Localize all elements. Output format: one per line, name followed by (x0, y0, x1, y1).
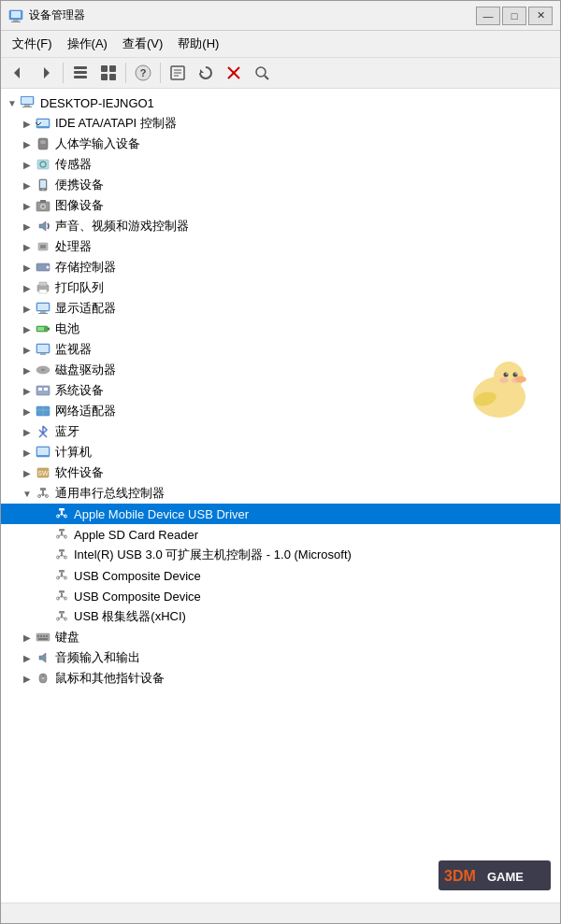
list-item[interactable]: ▶ 图像设备 (1, 195, 560, 216)
usb-root-hub-xhci[interactable]: ▶ USB 根集线器(xHCI) (1, 606, 560, 627)
uninstall-button[interactable] (221, 61, 247, 85)
expand-icon[interactable]: ▶ (20, 219, 35, 234)
hid-icon (35, 135, 51, 152)
expand-icon[interactable]: ▶ (20, 465, 35, 480)
svg-rect-106 (59, 611, 65, 614)
svg-rect-6 (74, 66, 87, 69)
item-label: 打印队列 (55, 279, 104, 296)
intel-usb3-controller[interactable]: ▶ Intel(R) USB 3.0 可扩展主机控制器 - 1.0 (Micro… (1, 545, 560, 565)
expand-icon[interactable]: ▶ (20, 671, 35, 686)
svg-rect-53 (48, 328, 50, 331)
expand-icon[interactable]: ▶ (20, 362, 35, 377)
list-item[interactable]: ▶ SW 软件设备 (1, 462, 560, 483)
list-item[interactable]: ▶ 网络适配器 (1, 401, 560, 421)
list-item[interactable]: ▶ 传感器 (1, 154, 560, 175)
list-item[interactable]: ▶ 人体学输入设备 (1, 134, 560, 154)
item-label: 计算机 (55, 444, 92, 461)
list-item[interactable]: ▶ 存储控制器 (1, 257, 560, 277)
menu-help[interactable]: 帮助(H) (170, 33, 226, 55)
printer-icon (35, 279, 51, 296)
svg-marker-5 (44, 67, 50, 78)
bluetooth-icon (35, 423, 51, 440)
list-item[interactable]: ▶ 蓝牙 (1, 421, 560, 442)
apple-sd-card-reader[interactable]: ▶ Apple SD Card Reader (1, 524, 560, 545)
usb-category-icon (35, 485, 51, 502)
expand-icon[interactable]: ▶ (20, 445, 35, 460)
apple-mobile-device-usb[interactable]: ▶ Apple Mobile Device USB Driver (1, 504, 560, 524)
expand-icon[interactable]: ▶ (20, 280, 35, 295)
root-label: DESKTOP-IEJNGO1 (40, 96, 154, 110)
usb-device-icon (53, 588, 70, 604)
list-item[interactable]: ▶ 打印队列 (1, 277, 560, 298)
item-label: 图像设备 (55, 197, 104, 214)
list-item[interactable]: ▶ 电池 (1, 319, 560, 339)
expand-icon[interactable]: ▶ (20, 198, 35, 213)
toolbar-sep-3 (160, 63, 161, 83)
expand-icon[interactable]: ▶ (20, 321, 35, 336)
expand-icon[interactable]: ▶ (20, 157, 35, 172)
expand-icon[interactable]: ▶ (20, 260, 35, 275)
usb-controllers-category[interactable]: ▼ 通用串行总线控制器 (1, 483, 560, 504)
usb-expand-icon[interactable]: ▼ (20, 486, 35, 501)
tree-view-button[interactable] (67, 61, 94, 85)
menu-file[interactable]: 文件(F) (5, 33, 60, 55)
list-item[interactable]: ▶ 显示适配器 (1, 298, 560, 319)
list-item[interactable]: ▶ 磁盘驱动器 (1, 360, 560, 380)
audio-io-category[interactable]: ▶ 音频输入和输出 (1, 647, 560, 668)
svg-rect-77 (61, 511, 63, 516)
usb-root-hub-label: USB 根集线器(xHCI) (74, 608, 186, 625)
tree-root[interactable]: ▼ DESKTOP-IEJNGO1 (1, 92, 560, 113)
svg-rect-83 (61, 532, 63, 536)
properties-button[interactable] (165, 61, 191, 85)
svg-marker-19 (200, 69, 204, 73)
audio-icon (35, 218, 51, 235)
usb-composite-device-2[interactable]: ▶ USB Composite Device (1, 586, 560, 606)
svg-rect-95 (61, 573, 63, 577)
list-item[interactable]: ▶ 系统设备 (1, 380, 560, 401)
svg-rect-35 (40, 180, 46, 188)
sensor-icon (35, 156, 51, 173)
svg-rect-88 (59, 549, 65, 552)
expand-icon[interactable]: ▶ (20, 424, 35, 439)
svg-rect-10 (109, 65, 116, 72)
usb-composite-device-1[interactable]: ▶ USB Composite Device (1, 565, 560, 586)
svg-rect-114 (40, 635, 42, 637)
item-label: 网络适配器 (55, 403, 116, 419)
expand-icon[interactable]: ▶ (20, 650, 35, 665)
forward-button[interactable] (33, 61, 59, 85)
expand-icon[interactable]: ▶ (20, 342, 35, 357)
close-button[interactable]: ✕ (528, 7, 553, 25)
expand-icon[interactable]: ▶ (20, 630, 35, 645)
svg-rect-113 (37, 635, 39, 637)
menu-action[interactable]: 操作(A) (60, 33, 115, 55)
svg-rect-100 (59, 590, 65, 593)
item-label: 传感器 (55, 156, 92, 173)
root-expand[interactable]: ▼ (5, 95, 20, 110)
list-item[interactable]: ▶ 计算机 (1, 442, 560, 462)
list-item[interactable]: ▶ IDE ATA/ATAPI 控制器 (1, 113, 560, 134)
svg-rect-2 (13, 20, 19, 21)
mouse-category[interactable]: ▶ 鼠标和其他指针设备 (1, 668, 560, 689)
minimize-button[interactable]: — (476, 7, 500, 25)
back-button[interactable] (5, 61, 31, 85)
item-label: 人体学输入设备 (55, 135, 140, 152)
expand-icon[interactable]: ▶ (20, 383, 35, 398)
help-button[interactable]: ? (130, 61, 156, 85)
list-item[interactable]: ▶ 监视器 (1, 339, 560, 360)
update-button[interactable] (193, 61, 219, 85)
menu-view[interactable]: 查看(V) (115, 33, 170, 55)
maximize-button[interactable]: □ (502, 7, 526, 25)
list-item[interactable]: ▶ 处理器 (1, 236, 560, 257)
expand-icon[interactable]: ▶ (20, 178, 35, 192)
expand-icon[interactable]: ▶ (20, 136, 35, 151)
list-item[interactable]: ▶ 声音、视频和游戏控制器 (1, 216, 560, 236)
keyboard-category[interactable]: ▶ 键盘 (1, 627, 560, 647)
expand-icon[interactable]: ▶ (20, 404, 35, 419)
expand-icon[interactable]: ▶ (20, 239, 35, 254)
list-item[interactable]: ▶ 便携设备 (1, 175, 560, 195)
apple-mobile-device-label: Apple Mobile Device USB Driver (74, 507, 249, 521)
list-view-button[interactable] (95, 61, 122, 85)
expand-icon[interactable]: ▶ (20, 301, 35, 316)
scan-button[interactable] (249, 61, 275, 85)
expand-icon[interactable]: ▶ (20, 116, 35, 131)
